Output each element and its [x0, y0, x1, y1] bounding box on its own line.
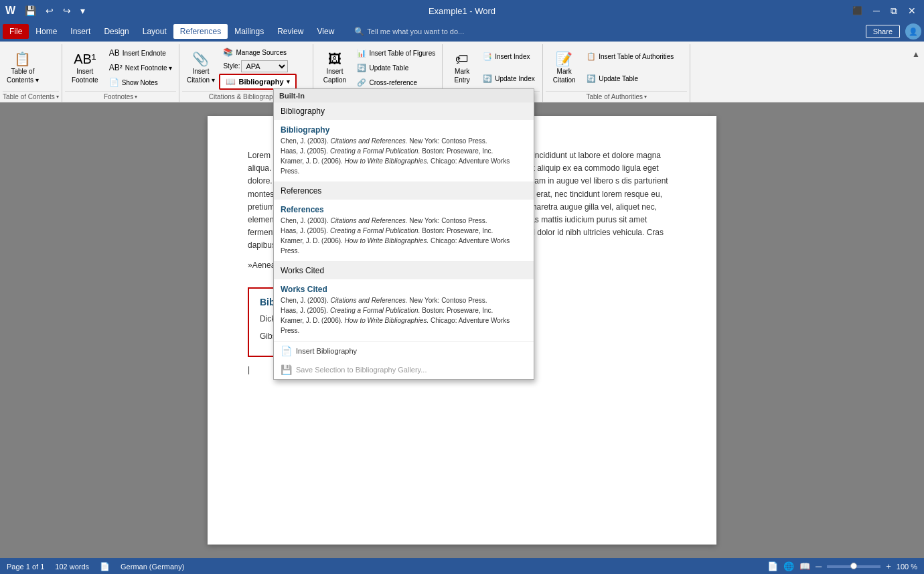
menu-item-view[interactable]: View: [311, 24, 341, 39]
wc-ref-2: Haas, J. (2005). Creating a Formal Publi…: [281, 305, 527, 315]
endnote-icon: AB: [109, 48, 120, 58]
insert-index-btn[interactable]: 📑 Insert Index: [479, 50, 539, 64]
menu-item-layout[interactable]: Layout: [136, 24, 173, 39]
works-cited-dropdown-item[interactable]: Works Cited Chen, J. (2003). Citations a…: [274, 279, 534, 342]
title-bar-left: W 💾 ↩ ↪ ▾: [5, 4, 88, 17]
mark-citation-btn[interactable]: 📝 MarkCitation: [546, 46, 583, 90]
endnote-label: Insert Endnote: [123, 50, 166, 57]
restore-btn[interactable]: ⧉: [888, 4, 900, 18]
menu-item-home[interactable]: Home: [29, 24, 64, 39]
bibliography-dropdown-item[interactable]: Bibliography Chen, J. (2003). Citations …: [274, 120, 534, 182]
minimize-btn[interactable]: ─: [870, 4, 882, 17]
show-notes-label: Show Notes: [122, 79, 158, 86]
search-icon: 🔍: [354, 27, 364, 36]
table-figures-label: Insert Table of Figures: [369, 50, 435, 57]
references-dropdown-item[interactable]: References Chen, J. (2003). Citations an…: [274, 200, 534, 262]
next-footnote-label: Next Footnote ▾: [125, 64, 173, 72]
bib-ref-1: Chen, J. (2003). Citations and Reference…: [281, 136, 527, 146]
quick-redo-icon[interactable]: ↪: [60, 4, 74, 17]
close-btn[interactable]: ✕: [905, 4, 919, 17]
next-footnote-icon: AB²: [109, 63, 123, 72]
show-notes-icon: 📄: [109, 78, 119, 87]
bibliography-dropdown: Built-In Bibliography Bibliography Chen,…: [273, 88, 534, 380]
insert-endnote-btn[interactable]: AB Insert Endnote: [105, 46, 177, 60]
view-read-icon[interactable]: 📖: [799, 561, 810, 571]
bibliography-icon: 📖: [226, 77, 236, 86]
group-authorities: 📝 MarkCitation 📋 Insert Table of Authori…: [543, 44, 690, 102]
ref-ref-3: Kramer, J. D. (2006). How to Write Bibli…: [281, 236, 527, 256]
captions-small-buttons: 📊 Insert Table of Figures 🔄 Update Table…: [353, 46, 439, 90]
zoom-slider[interactable]: [827, 565, 880, 568]
index-small-buttons: 📑 Insert Index 🔄 Update Index: [479, 46, 539, 90]
quick-undo-icon[interactable]: ↩: [43, 4, 56, 17]
quick-save-icon[interactable]: 💾: [22, 4, 39, 17]
bibliography-btn[interactable]: 📖 Bibliography ▾: [219, 74, 296, 90]
menu-item-mailings[interactable]: Mailings: [228, 24, 271, 39]
works-cited-item-title: Works Cited: [281, 285, 527, 294]
authorities-small-buttons: 📋 Insert Table of Authorities 🔄 Update T…: [583, 46, 678, 90]
menu-item-review[interactable]: Review: [271, 24, 310, 39]
manage-sources-icon: 📚: [223, 48, 233, 57]
view-web-icon[interactable]: 🌐: [783, 561, 794, 571]
bibliography-section-header: Bibliography: [274, 102, 534, 120]
title-bar-right: ⬛ ─ ⧉ ✕: [850, 4, 919, 18]
view-print-icon[interactable]: 📄: [767, 561, 778, 571]
manage-sources-btn[interactable]: 📚 Manage Sources: [219, 46, 296, 59]
zoom-out-btn[interactable]: ─: [816, 561, 822, 571]
menu-item-file[interactable]: File: [3, 24, 29, 39]
show-notes-btn[interactable]: 📄 Show Notes: [105, 76, 177, 89]
table-of-contents-btn[interactable]: 📋 Table ofContents ▾: [3, 46, 43, 90]
insert-citation-btn[interactable]: 📎 InsertCitation ▾: [182, 46, 219, 90]
zoom-in-btn[interactable]: +: [886, 561, 891, 571]
status-right: 📄 🌐 📖 ─ + 100 %: [767, 561, 917, 571]
style-selector[interactable]: Style: APA MLA Chicago: [219, 60, 296, 73]
insert-authorities-icon: 📋: [587, 52, 596, 61]
menu-item-references[interactable]: References: [173, 24, 228, 39]
footnote-small-buttons: AB Insert Endnote AB² Next Footnote ▾ 📄 …: [105, 46, 177, 90]
footnote-label: InsertFootnote: [72, 67, 98, 84]
group-table-of-contents: 📋 Table ofContents ▾ Table of Contents ▾: [0, 44, 62, 102]
built-in-header: Built-In: [274, 89, 534, 102]
insert-footnote-btn[interactable]: AB¹ InsertFootnote: [65, 46, 105, 90]
title-bar: W 💾 ↩ ↪ ▾ Example1 - Word ⬛ ─ ⧉ ✕: [0, 0, 924, 21]
insert-table-of-figures-btn[interactable]: 📊 Insert Table of Figures: [353, 46, 439, 60]
ref-ref-1: Chen, J. (2003). Citations and Reference…: [281, 216, 527, 226]
ribbon-collapse-btn[interactable]: ▲: [908, 47, 924, 62]
bib-ref-3: Kramer, J. D. (2006). How to Write Bibli…: [281, 156, 527, 176]
authorities-group-chevron[interactable]: ▾: [644, 94, 647, 100]
citation-icon: 📎: [192, 51, 209, 67]
update-index-btn[interactable]: 🔄 Update Index: [479, 72, 539, 86]
menu-item-insert[interactable]: Insert: [64, 24, 97, 39]
cross-ref-label: Cross-reference: [369, 79, 417, 86]
wc-ref-1: Chen, J. (2003). Citations and Reference…: [281, 295, 527, 305]
next-footnote-btn[interactable]: AB² Next Footnote ▾: [105, 61, 177, 74]
references-section-header: References: [274, 182, 534, 200]
search-bar[interactable]: 🔍 Tell me what you want to do...: [354, 27, 865, 36]
menu-item-design[interactable]: Design: [97, 24, 135, 39]
mark-citation-label: MarkCitation: [553, 67, 576, 84]
update-table-authorities-btn[interactable]: 🔄 Update Table: [583, 72, 678, 86]
footnotes-group-chevron[interactable]: ▾: [135, 94, 137, 100]
table-figures-icon: 📊: [357, 49, 366, 58]
toc-group-chevron[interactable]: ▾: [56, 94, 59, 100]
update-authorities-label: Update Table: [599, 75, 638, 82]
ref-ref-2: Haas, J. (2005). Creating a Formal Publi…: [281, 226, 527, 236]
insert-index-icon: 📑: [483, 52, 492, 61]
share-btn[interactable]: Share: [866, 25, 900, 38]
mark-entry-btn[interactable]: 🏷 MarkEntry: [445, 46, 479, 90]
update-table-captions-icon: 🔄: [357, 64, 366, 72]
update-table-captions-btn[interactable]: 🔄 Update Table: [353, 61, 439, 74]
insert-table-authorities-btn[interactable]: 📋 Insert Table of Authorities: [583, 50, 678, 64]
ribbon-display-icon[interactable]: ⬛: [850, 5, 865, 17]
bib-ref-2: Haas, J. (2005). Creating a Formal Publi…: [281, 146, 527, 156]
mark-citation-icon: 📝: [556, 51, 572, 67]
cross-reference-btn[interactable]: 🔗 Cross-reference: [353, 76, 439, 89]
account-icon[interactable]: 👤: [905, 23, 921, 40]
insert-caption-btn[interactable]: 🖼 InsertCaption: [316, 46, 353, 90]
insert-bib-label: Insert Bibliography: [296, 347, 357, 355]
insert-bibliography-footer-btn[interactable]: 📄 Insert Bibliography: [274, 342, 534, 360]
style-select[interactable]: APA MLA Chicago: [241, 60, 288, 72]
bibliography-label: Bibliography: [238, 78, 283, 86]
quick-customize-icon[interactable]: ▾: [78, 4, 88, 17]
zoom-level: 100 %: [897, 563, 917, 571]
